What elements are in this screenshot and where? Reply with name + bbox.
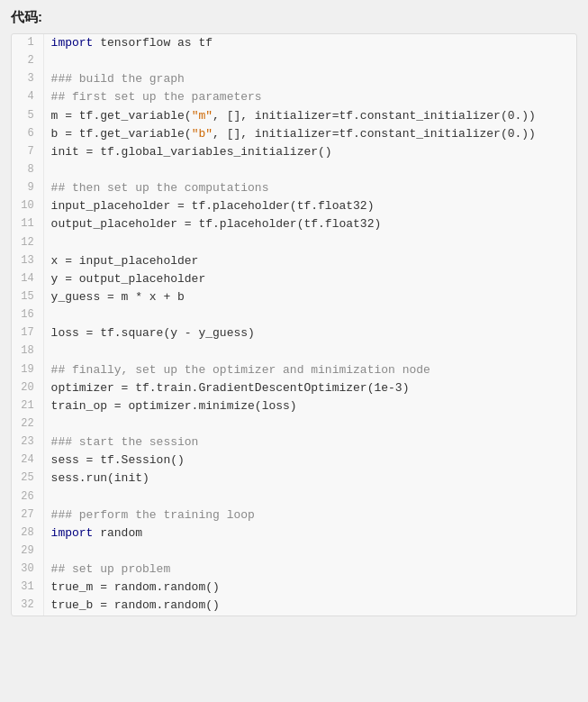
line-number: 11 bbox=[12, 215, 43, 233]
line-number: 21 bbox=[12, 397, 43, 415]
line-code: import random bbox=[43, 524, 576, 542]
line-number: 18 bbox=[12, 342, 43, 360]
table-row: 6b = tf.get_variable("b", [], initialize… bbox=[12, 125, 576, 143]
table-row: 17loss = tf.square(y - y_guess) bbox=[12, 324, 576, 342]
line-number: 23 bbox=[12, 433, 43, 451]
line-number: 5 bbox=[12, 107, 43, 125]
line-code: sess = tf.Session() bbox=[43, 451, 576, 470]
line-code: y_guess = m * x + b bbox=[43, 288, 576, 306]
line-code: init = tf.global_variables_initializer() bbox=[43, 143, 576, 161]
table-row: 30## set up problem bbox=[12, 561, 576, 579]
line-code: sess.run(init) bbox=[43, 470, 576, 488]
line-code bbox=[43, 415, 576, 433]
line-code: b = tf.get_variable("b", [], initializer… bbox=[43, 125, 576, 143]
line-number: 29 bbox=[12, 542, 43, 561]
line-number: 17 bbox=[12, 324, 43, 342]
table-row: 31true_m = random.random() bbox=[12, 579, 576, 597]
line-number: 8 bbox=[12, 161, 43, 179]
line-code: loss = tf.square(y - y_guess) bbox=[43, 324, 576, 342]
line-number: 22 bbox=[12, 415, 43, 433]
line-code: true_b = random.random() bbox=[43, 597, 576, 615]
line-number: 30 bbox=[12, 561, 43, 579]
line-code: ## then set up the computations bbox=[43, 179, 576, 197]
line-number: 12 bbox=[12, 234, 43, 252]
line-number: 10 bbox=[12, 197, 43, 215]
table-row: 14y = output_placeholder bbox=[12, 270, 576, 288]
line-number: 7 bbox=[12, 143, 43, 161]
line-number: 3 bbox=[12, 70, 43, 88]
table-row: 1import tensorflow as tf bbox=[12, 34, 576, 52]
line-code: ### build the graph bbox=[43, 70, 576, 88]
page-title: 代码: bbox=[11, 9, 577, 26]
table-row: 4## first set up the parameters bbox=[12, 88, 576, 106]
line-code bbox=[43, 161, 576, 179]
table-row: 13x = input_placeholder bbox=[12, 252, 576, 270]
line-code bbox=[43, 234, 576, 252]
line-code: x = input_placeholder bbox=[43, 252, 576, 270]
table-row: 16 bbox=[12, 306, 576, 324]
line-number: 16 bbox=[12, 306, 43, 324]
line-code: ## set up problem bbox=[43, 561, 576, 579]
line-number: 25 bbox=[12, 470, 43, 488]
table-row: 5m = tf.get_variable("m", [], initialize… bbox=[12, 107, 576, 125]
table-row: 19## finally, set up the optimizer and m… bbox=[12, 361, 576, 379]
line-number: 19 bbox=[12, 361, 43, 379]
line-code bbox=[43, 488, 576, 506]
line-number: 20 bbox=[12, 379, 43, 397]
line-code: train_op = optimizer.minimize(loss) bbox=[43, 397, 576, 415]
line-code: optimizer = tf.train.GradientDescentOpti… bbox=[43, 379, 576, 397]
line-number: 24 bbox=[12, 451, 43, 470]
line-number: 28 bbox=[12, 524, 43, 542]
line-number: 1 bbox=[12, 34, 43, 52]
line-code: m = tf.get_variable("m", [], initializer… bbox=[43, 107, 576, 125]
table-row: 12 bbox=[12, 234, 576, 252]
line-number: 15 bbox=[12, 288, 43, 306]
table-row: 28import random bbox=[12, 524, 576, 542]
table-row: 24sess = tf.Session() bbox=[12, 451, 576, 470]
table-row: 10input_placeholder = tf.placeholder(tf.… bbox=[12, 197, 576, 215]
line-code: ## finally, set up the optimizer and min… bbox=[43, 361, 576, 379]
line-number: 32 bbox=[12, 597, 43, 615]
line-code bbox=[43, 52, 576, 70]
line-code bbox=[43, 542, 576, 561]
table-row: 20optimizer = tf.train.GradientDescentOp… bbox=[12, 379, 576, 397]
table-row: 3### build the graph bbox=[12, 70, 576, 88]
page-container: 代码: 1import tensorflow as tf2 3### build… bbox=[0, 0, 588, 625]
table-row: 2 bbox=[12, 52, 576, 70]
line-number: 2 bbox=[12, 52, 43, 70]
line-number: 13 bbox=[12, 252, 43, 270]
table-row: 29 bbox=[12, 542, 576, 561]
table-row: 18 bbox=[12, 342, 576, 360]
table-row: 11output_placeholder = tf.placeholder(tf… bbox=[12, 215, 576, 233]
table-row: 8 bbox=[12, 161, 576, 179]
table-row: 7init = tf.global_variables_initializer(… bbox=[12, 143, 576, 161]
table-row: 22 bbox=[12, 415, 576, 433]
table-row: 21train_op = optimizer.minimize(loss) bbox=[12, 397, 576, 415]
line-number: 4 bbox=[12, 88, 43, 106]
line-code: true_m = random.random() bbox=[43, 579, 576, 597]
table-row: 25sess.run(init) bbox=[12, 470, 576, 488]
line-code: ### perform the training loop bbox=[43, 506, 576, 524]
line-number: 31 bbox=[12, 579, 43, 597]
table-row: 32true_b = random.random() bbox=[12, 597, 576, 615]
code-block: 1import tensorflow as tf2 3### build the… bbox=[11, 33, 577, 616]
table-row: 23### start the session bbox=[12, 433, 576, 451]
line-number: 6 bbox=[12, 125, 43, 143]
code-table: 1import tensorflow as tf2 3### build the… bbox=[12, 34, 576, 615]
line-code: y = output_placeholder bbox=[43, 270, 576, 288]
table-row: 15y_guess = m * x + b bbox=[12, 288, 576, 306]
line-code: output_placeholder = tf.placeholder(tf.f… bbox=[43, 215, 576, 233]
line-number: 27 bbox=[12, 506, 43, 524]
line-code bbox=[43, 306, 576, 324]
line-code: input_placeholder = tf.placeholder(tf.fl… bbox=[43, 197, 576, 215]
line-number: 9 bbox=[12, 179, 43, 197]
line-code: import tensorflow as tf bbox=[43, 34, 576, 52]
line-code: ### start the session bbox=[43, 433, 576, 451]
table-row: 26 bbox=[12, 488, 576, 506]
line-number: 14 bbox=[12, 270, 43, 288]
table-row: 27### perform the training loop bbox=[12, 506, 576, 524]
table-row: 9## then set up the computations bbox=[12, 179, 576, 197]
line-number: 26 bbox=[12, 488, 43, 506]
line-code: ## first set up the parameters bbox=[43, 88, 576, 106]
line-code bbox=[43, 342, 576, 360]
